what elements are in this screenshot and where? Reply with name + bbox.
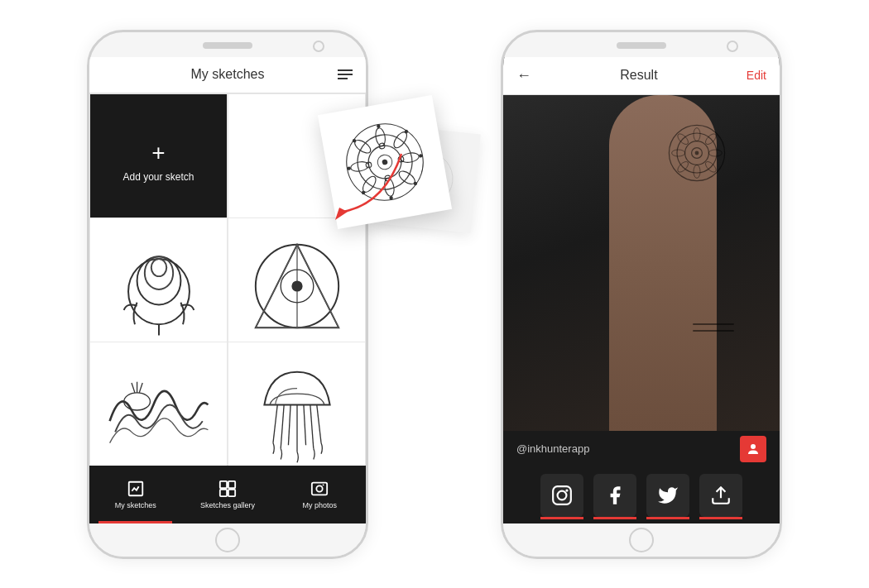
svg-rect-27 xyxy=(220,489,227,495)
back-button[interactable]: ← xyxy=(516,67,531,84)
svg-point-76 xyxy=(565,489,568,491)
svg-line-10 xyxy=(297,245,338,327)
facebook-icon xyxy=(604,485,626,506)
svg-line-22 xyxy=(310,404,313,448)
screen-title: My sketches xyxy=(191,67,265,82)
svg-point-30 xyxy=(317,485,323,491)
tattoo-mandala xyxy=(664,120,730,186)
right-phone: ← Result Edit xyxy=(501,30,782,559)
left-phone-home xyxy=(89,523,366,557)
share-bar xyxy=(503,467,780,523)
sketch-cell-jellyfish[interactable] xyxy=(228,342,366,466)
tattoo-photo xyxy=(503,95,780,431)
svg-line-21 xyxy=(303,404,305,445)
home-circle-left xyxy=(215,528,240,552)
svg-rect-25 xyxy=(220,480,227,487)
twitter-share-button[interactable] xyxy=(646,474,689,517)
my-sketches-icon xyxy=(127,480,145,498)
nav-item-my-photos[interactable]: My photos xyxy=(274,466,366,523)
left-phone: My sketches + Add your sketch xyxy=(87,30,368,559)
sketches-gallery-icon xyxy=(218,480,237,498)
person-button[interactable] xyxy=(740,436,766,462)
svg-point-68 xyxy=(708,150,722,156)
upload-share-button[interactable] xyxy=(699,474,742,517)
nav-item-sketches-gallery[interactable]: Sketches gallery xyxy=(181,466,273,523)
arm-line-1 xyxy=(693,323,734,325)
nav-label-sketches-gallery: Sketches gallery xyxy=(200,501,255,509)
jellyfish-sketch-svg xyxy=(242,356,352,465)
svg-point-54 xyxy=(347,166,351,170)
bottom-nav: My sketches Sketches gallery xyxy=(89,466,366,523)
svg-point-66 xyxy=(694,165,700,178)
svg-point-64 xyxy=(695,151,699,155)
svg-point-39 xyxy=(382,159,388,165)
sketch-cell-rose[interactable] xyxy=(89,218,228,356)
svg-line-14 xyxy=(132,383,135,393)
svg-point-13 xyxy=(123,393,150,410)
svg-point-0 xyxy=(128,259,190,324)
my-photos-icon xyxy=(310,480,329,498)
svg-point-12 xyxy=(291,280,302,291)
instagram-share-button[interactable] xyxy=(540,474,583,517)
twitter-icon xyxy=(657,485,679,506)
right-phone-screen: ← Result Edit xyxy=(503,57,780,523)
app-scene: My sketches + Add your sketch xyxy=(87,30,782,559)
result-title: Result xyxy=(620,68,657,83)
person-icon xyxy=(746,442,761,457)
arm-line-2 xyxy=(693,330,734,332)
sketch-cell-wave[interactable] xyxy=(89,342,228,466)
svg-rect-29 xyxy=(312,482,327,495)
menu-line-2 xyxy=(338,74,353,75)
menu-line-1 xyxy=(338,69,353,71)
nav-label-my-sketches: My sketches xyxy=(115,501,156,509)
sketch-cell-geometric[interactable] xyxy=(228,218,366,356)
svg-rect-26 xyxy=(228,480,235,487)
svg-point-75 xyxy=(558,490,567,500)
left-phone-wrapper: My sketches + Add your sketch xyxy=(87,30,368,559)
svg-point-1 xyxy=(137,256,180,304)
arm-background xyxy=(503,95,780,431)
svg-point-46 xyxy=(360,174,378,194)
svg-point-67 xyxy=(672,150,685,156)
svg-rect-28 xyxy=(228,489,235,495)
nav-label-my-photos: My photos xyxy=(303,501,338,509)
nav-item-my-sketches[interactable]: My sketches xyxy=(89,466,181,523)
photo-credit-text: @inkhunterapp xyxy=(516,442,589,455)
edit-button[interactable]: Edit xyxy=(747,69,766,82)
svg-point-59 xyxy=(413,181,417,185)
floating-paper-1 xyxy=(318,94,452,228)
right-phone-home xyxy=(503,523,780,557)
svg-line-17 xyxy=(272,404,276,442)
home-circle-right xyxy=(629,528,654,552)
add-plus-icon: + xyxy=(151,141,165,165)
menu-line-3 xyxy=(338,78,348,79)
upload-icon xyxy=(710,485,732,506)
photo-credit-bar: @inkhunterapp xyxy=(503,431,780,467)
facebook-share-button[interactable] xyxy=(593,474,636,517)
svg-line-9 xyxy=(255,245,296,327)
rose-sketch-svg xyxy=(104,232,214,341)
geometric-sketch-svg xyxy=(242,232,352,341)
result-header: ← Result Edit xyxy=(503,57,780,95)
add-label: Add your sketch xyxy=(122,171,194,183)
svg-line-23 xyxy=(316,404,320,442)
svg-rect-74 xyxy=(553,486,571,504)
svg-point-65 xyxy=(694,127,700,141)
svg-point-73 xyxy=(751,444,756,449)
arm-lines xyxy=(693,323,734,332)
svg-line-18 xyxy=(281,404,284,448)
screen-header: My sketches xyxy=(89,57,366,93)
svg-point-31 xyxy=(323,484,324,485)
wave-sketch-svg xyxy=(104,356,214,465)
svg-point-3 xyxy=(151,259,166,276)
svg-point-2 xyxy=(144,256,172,289)
add-sketch-cell[interactable]: + Add your sketch xyxy=(89,93,228,232)
floating-mandala-svg xyxy=(332,109,437,214)
menu-icon[interactable] xyxy=(338,69,353,79)
svg-line-15 xyxy=(139,383,142,393)
svg-line-19 xyxy=(288,404,290,445)
instagram-icon xyxy=(551,485,573,506)
